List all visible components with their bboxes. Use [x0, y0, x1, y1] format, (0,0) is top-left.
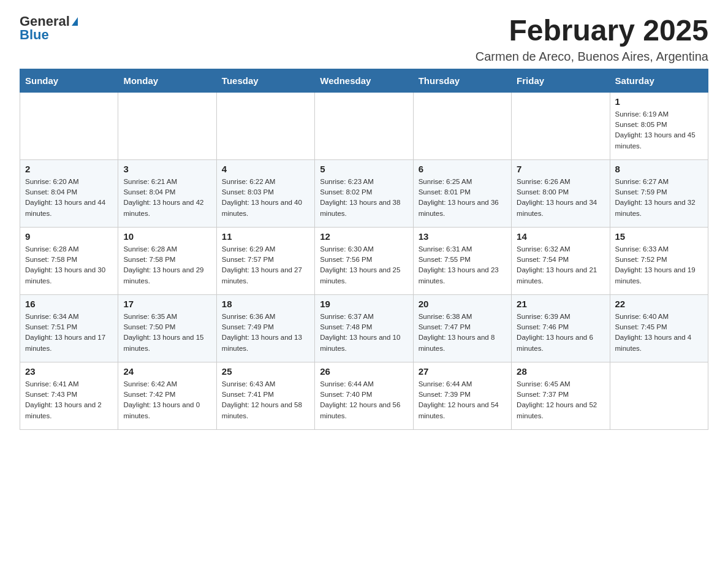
day-info: Sunrise: 6:42 AM Sunset: 7:42 PM Dayligh… — [123, 379, 211, 421]
day-info: Sunrise: 6:32 AM Sunset: 7:54 PM Dayligh… — [517, 244, 604, 286]
day-number: 12 — [320, 231, 408, 242]
day-info: Sunrise: 6:38 AM Sunset: 7:47 PM Dayligh… — [419, 312, 506, 354]
weekday-header-saturday: Saturday — [610, 69, 708, 92]
calendar-cell: 4Sunrise: 6:22 AM Sunset: 8:03 PM Daylig… — [216, 159, 314, 227]
day-number: 13 — [419, 231, 506, 242]
calendar-cell: 5Sunrise: 6:23 AM Sunset: 8:02 PM Daylig… — [315, 159, 413, 227]
calendar: SundayMondayTuesdayWednesdayThursdayFrid… — [20, 69, 708, 430]
day-info: Sunrise: 6:20 AM Sunset: 8:04 PM Dayligh… — [25, 177, 113, 219]
day-info: Sunrise: 6:31 AM Sunset: 7:55 PM Dayligh… — [419, 244, 506, 286]
day-number: 28 — [517, 366, 604, 377]
day-number: 1 — [615, 96, 703, 107]
day-number: 3 — [123, 164, 211, 174]
day-number: 10 — [123, 231, 211, 242]
day-info: Sunrise: 6:34 AM Sunset: 7:51 PM Dayligh… — [25, 312, 113, 354]
header: General Blue February 2025 Carmen de Are… — [20, 15, 708, 64]
day-number: 19 — [320, 299, 408, 309]
calendar-cell: 17Sunrise: 6:35 AM Sunset: 7:50 PM Dayli… — [118, 294, 216, 362]
day-info: Sunrise: 6:28 AM Sunset: 7:58 PM Dayligh… — [123, 244, 211, 286]
calendar-cell — [216, 92, 314, 159]
weekday-header-wednesday: Wednesday — [315, 69, 413, 92]
calendar-cell — [315, 92, 413, 159]
calendar-cell: 15Sunrise: 6:33 AM Sunset: 7:52 PM Dayli… — [610, 227, 708, 294]
day-info: Sunrise: 6:27 AM Sunset: 7:59 PM Dayligh… — [615, 177, 703, 219]
day-info: Sunrise: 6:28 AM Sunset: 7:58 PM Dayligh… — [25, 244, 113, 286]
day-info: Sunrise: 6:21 AM Sunset: 8:04 PM Dayligh… — [123, 177, 211, 219]
day-info: Sunrise: 6:43 AM Sunset: 7:41 PM Dayligh… — [222, 379, 309, 421]
day-number: 5 — [320, 164, 408, 174]
day-info: Sunrise: 6:35 AM Sunset: 7:50 PM Dayligh… — [123, 312, 211, 354]
day-info: Sunrise: 6:30 AM Sunset: 7:56 PM Dayligh… — [320, 244, 408, 286]
calendar-cell: 19Sunrise: 6:37 AM Sunset: 7:48 PM Dayli… — [315, 294, 413, 362]
weekday-header-row: SundayMondayTuesdayWednesdayThursdayFrid… — [20, 69, 708, 92]
day-number: 26 — [320, 366, 408, 377]
logo-triangle-icon — [72, 17, 78, 26]
weekday-header-monday: Monday — [118, 69, 216, 92]
calendar-cell: 6Sunrise: 6:25 AM Sunset: 8:01 PM Daylig… — [413, 159, 511, 227]
weekday-header-friday: Friday — [512, 69, 610, 92]
location-title: Carmen de Areco, Buenos Aires, Argentina — [476, 50, 708, 64]
day-info: Sunrise: 6:29 AM Sunset: 7:57 PM Dayligh… — [222, 244, 309, 286]
weekday-header-sunday: Sunday — [20, 69, 118, 92]
weekday-header-thursday: Thursday — [413, 69, 511, 92]
calendar-week-row: 9Sunrise: 6:28 AM Sunset: 7:58 PM Daylig… — [20, 227, 708, 294]
day-number: 7 — [517, 164, 604, 174]
day-info: Sunrise: 6:36 AM Sunset: 7:49 PM Dayligh… — [222, 312, 309, 354]
day-number: 15 — [615, 231, 703, 242]
calendar-cell: 13Sunrise: 6:31 AM Sunset: 7:55 PM Dayli… — [413, 227, 511, 294]
logo-general-text: General — [20, 15, 70, 28]
calendar-cell: 27Sunrise: 6:44 AM Sunset: 7:39 PM Dayli… — [413, 362, 511, 429]
day-number: 20 — [419, 299, 506, 309]
calendar-cell: 26Sunrise: 6:44 AM Sunset: 7:40 PM Dayli… — [315, 362, 413, 429]
day-number: 8 — [615, 164, 703, 174]
day-info: Sunrise: 6:26 AM Sunset: 8:00 PM Dayligh… — [517, 177, 604, 219]
day-number: 18 — [222, 299, 309, 309]
calendar-week-row: 1Sunrise: 6:19 AM Sunset: 8:05 PM Daylig… — [20, 92, 708, 159]
day-number: 22 — [615, 299, 703, 309]
calendar-cell — [413, 92, 511, 159]
day-number: 2 — [25, 164, 113, 174]
day-number: 27 — [419, 366, 506, 377]
day-info: Sunrise: 6:45 AM Sunset: 7:37 PM Dayligh… — [517, 379, 604, 421]
day-number: 4 — [222, 164, 309, 174]
calendar-body: 1Sunrise: 6:19 AM Sunset: 8:05 PM Daylig… — [20, 92, 708, 429]
day-info: Sunrise: 6:19 AM Sunset: 8:05 PM Dayligh… — [615, 109, 703, 151]
day-number: 21 — [517, 299, 604, 309]
calendar-cell: 12Sunrise: 6:30 AM Sunset: 7:56 PM Dayli… — [315, 227, 413, 294]
calendar-cell: 16Sunrise: 6:34 AM Sunset: 7:51 PM Dayli… — [20, 294, 118, 362]
calendar-cell: 8Sunrise: 6:27 AM Sunset: 7:59 PM Daylig… — [610, 159, 708, 227]
calendar-cell: 21Sunrise: 6:39 AM Sunset: 7:46 PM Dayli… — [512, 294, 610, 362]
calendar-cell: 11Sunrise: 6:29 AM Sunset: 7:57 PM Dayli… — [216, 227, 314, 294]
day-number: 25 — [222, 366, 309, 377]
calendar-cell: 7Sunrise: 6:26 AM Sunset: 8:00 PM Daylig… — [512, 159, 610, 227]
day-number: 6 — [419, 164, 506, 174]
calendar-week-row: 23Sunrise: 6:41 AM Sunset: 7:43 PM Dayli… — [20, 362, 708, 429]
calendar-cell: 2Sunrise: 6:20 AM Sunset: 8:04 PM Daylig… — [20, 159, 118, 227]
calendar-cell: 24Sunrise: 6:42 AM Sunset: 7:42 PM Dayli… — [118, 362, 216, 429]
day-number: 14 — [517, 231, 604, 242]
day-number: 11 — [222, 231, 309, 242]
day-info: Sunrise: 6:39 AM Sunset: 7:46 PM Dayligh… — [517, 312, 604, 354]
day-info: Sunrise: 6:44 AM Sunset: 7:39 PM Dayligh… — [419, 379, 506, 421]
day-number: 24 — [123, 366, 211, 377]
calendar-cell: 22Sunrise: 6:40 AM Sunset: 7:45 PM Dayli… — [610, 294, 708, 362]
day-info: Sunrise: 6:25 AM Sunset: 8:01 PM Dayligh… — [419, 177, 506, 219]
calendar-cell — [20, 92, 118, 159]
day-number: 17 — [123, 299, 211, 309]
calendar-cell — [512, 92, 610, 159]
day-number: 23 — [25, 366, 113, 377]
weekday-header-tuesday: Tuesday — [216, 69, 314, 92]
calendar-cell: 20Sunrise: 6:38 AM Sunset: 7:47 PM Dayli… — [413, 294, 511, 362]
day-info: Sunrise: 6:41 AM Sunset: 7:43 PM Dayligh… — [25, 379, 113, 421]
calendar-cell: 3Sunrise: 6:21 AM Sunset: 8:04 PM Daylig… — [118, 159, 216, 227]
day-info: Sunrise: 6:40 AM Sunset: 7:45 PM Dayligh… — [615, 312, 703, 354]
day-info: Sunrise: 6:44 AM Sunset: 7:40 PM Dayligh… — [320, 379, 408, 421]
calendar-cell: 10Sunrise: 6:28 AM Sunset: 7:58 PM Dayli… — [118, 227, 216, 294]
logo-blue-text: Blue — [20, 28, 49, 42]
day-number: 16 — [25, 299, 113, 309]
month-title: February 2025 — [476, 15, 708, 47]
calendar-cell: 1Sunrise: 6:19 AM Sunset: 8:05 PM Daylig… — [610, 92, 708, 159]
day-info: Sunrise: 6:22 AM Sunset: 8:03 PM Dayligh… — [222, 177, 309, 219]
calendar-week-row: 2Sunrise: 6:20 AM Sunset: 8:04 PM Daylig… — [20, 159, 708, 227]
logo: General Blue — [20, 15, 78, 42]
